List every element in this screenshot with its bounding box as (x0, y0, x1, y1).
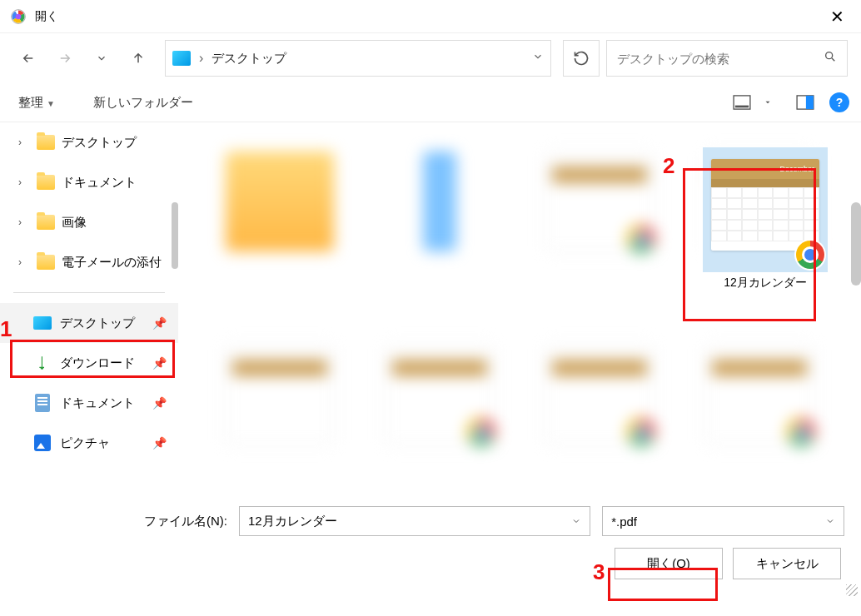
quick-item-documents[interactable]: ドキュメント📌 (0, 383, 178, 423)
forward-button[interactable] (50, 43, 80, 73)
search-box[interactable] (606, 40, 848, 77)
bottom-panel: ファイル名(N): 12月カレンダー *.pdf 開く(O) キャンセル (0, 491, 861, 599)
window-title: 開く (35, 9, 824, 24)
quick-label: デスクトップ (60, 315, 135, 331)
up-button[interactable] (123, 43, 153, 73)
svg-point-1 (16, 13, 22, 19)
quick-label: ピクチャ (60, 435, 110, 451)
tree-item-email-attachments[interactable]: ›電子メールの添付 (0, 242, 178, 282)
new-folder-button[interactable]: 新しいフォルダー (87, 92, 200, 114)
calendar-month: December (779, 165, 814, 173)
pin-icon: 📌 (152, 316, 167, 330)
app-icon (10, 8, 27, 25)
chevron-down-icon (571, 516, 581, 526)
cancel-button[interactable]: キャンセル (733, 548, 841, 579)
toolbar: 整理▼ 新しいフォルダー ? (0, 83, 861, 122)
main-area: ›デスクトップ ›ドキュメント ›画像 ›電子メールの添付 デスクトップ📌 ⭣ダ… (0, 122, 861, 491)
recent-dropdown[interactable] (87, 43, 117, 73)
view-mode-button[interactable] (729, 90, 754, 115)
refresh-button[interactable] (563, 40, 600, 77)
quick-access-section: デスクトップ📌 ⭣ダウンロード📌 ドキュメント📌 ピクチャ📌 (0, 303, 178, 463)
chevron-right-icon: › (18, 256, 30, 268)
chevron-down-icon (825, 516, 835, 526)
file-thumbnail: December (703, 147, 828, 272)
sidebar: ›デスクトップ ›ドキュメント ›画像 ›電子メールの添付 デスクトップ📌 ⭣ダ… (0, 122, 178, 491)
folder-icon (37, 255, 55, 270)
tree-label: 画像 (62, 215, 87, 231)
location-icon (172, 51, 191, 66)
back-button[interactable] (13, 43, 43, 73)
content-scrollbar[interactable] (851, 202, 861, 286)
file-item-selected[interactable]: December 12月カレンダー (699, 147, 831, 294)
pin-icon: 📌 (152, 356, 167, 370)
search-input[interactable] (617, 52, 824, 66)
filetype-value: *.pdf (611, 514, 825, 529)
folder-icon (37, 215, 55, 230)
quick-label: ドキュメント (60, 395, 135, 411)
filetype-combobox[interactable]: *.pdf (602, 506, 844, 536)
breadcrumb-dropdown[interactable] (532, 51, 544, 66)
organize-menu[interactable]: 整理▼ (12, 92, 62, 114)
quick-item-downloads[interactable]: ⭣ダウンロード📌 (0, 343, 178, 383)
tree-label: 電子メールの添付 (62, 255, 162, 271)
svg-rect-4 (735, 106, 749, 108)
file-list-pane[interactable]: December 12月カレンダー (178, 122, 861, 491)
svg-rect-6 (806, 96, 814, 109)
tree-item-desktop[interactable]: ›デスクトップ (0, 122, 178, 162)
quick-label: ダウンロード (60, 355, 135, 371)
navigation-bar: › デスクトップ (0, 33, 861, 83)
breadcrumb-current: デスクトップ (212, 51, 524, 67)
help-button[interactable]: ? (829, 92, 849, 112)
view-dropdown[interactable] (761, 90, 774, 115)
address-bar[interactable]: › デスクトップ (165, 40, 551, 77)
filename-label: ファイル名(N): (17, 514, 232, 529)
pin-icon: 📌 (152, 396, 167, 410)
file-item-label: 12月カレンダー (699, 272, 831, 294)
desktop-icon (33, 314, 52, 332)
chrome-overlay-icon (794, 239, 826, 271)
resize-grip[interactable] (846, 584, 858, 596)
filename-combobox[interactable]: 12月カレンダー (239, 506, 590, 536)
quick-item-desktop[interactable]: デスクトップ📌 (0, 303, 178, 343)
sidebar-divider (13, 292, 165, 293)
search-icon (824, 50, 837, 67)
tree-label: デスクトップ (62, 135, 137, 151)
pictures-icon (33, 434, 52, 452)
chevron-right-icon: › (18, 137, 30, 148)
download-icon: ⭣ (33, 354, 52, 372)
sidebar-scrollbar[interactable] (172, 202, 178, 269)
filename-value: 12月カレンダー (248, 514, 571, 529)
quick-item-pictures[interactable]: ピクチャ📌 (0, 423, 178, 463)
title-bar: 開く ✕ (0, 0, 861, 33)
close-button[interactable]: ✕ (824, 7, 851, 27)
tree-label: ドキュメント (62, 175, 137, 191)
open-button[interactable]: 開く(O) (615, 548, 723, 579)
svg-point-2 (826, 52, 833, 59)
preview-pane-button[interactable] (793, 90, 818, 115)
chevron-right-icon: › (18, 216, 30, 228)
folder-icon (37, 135, 55, 150)
chevron-down-icon: ▼ (47, 99, 55, 108)
pin-icon: 📌 (152, 436, 167, 450)
folder-icon (37, 175, 55, 190)
tree-item-pictures[interactable]: ›画像 (0, 202, 178, 242)
chevron-right-icon: › (18, 176, 30, 188)
document-icon (33, 394, 52, 412)
breadcrumb-separator: › (199, 51, 203, 66)
tree-item-documents[interactable]: ›ドキュメント (0, 162, 178, 202)
